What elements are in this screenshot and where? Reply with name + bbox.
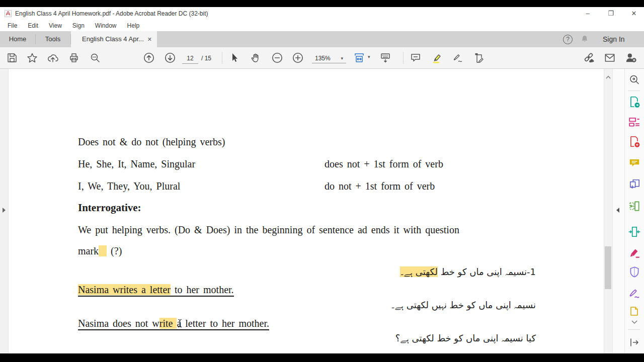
sign-in-button[interactable]: Sign In [603,31,625,47]
menu-file[interactable]: File [6,21,19,30]
sidebar-divider [628,90,640,91]
sidebar-divider [628,329,640,330]
fit-width-dropdown-icon[interactable]: ▾ [368,54,370,59]
scrollbar-thumb[interactable] [605,246,611,289]
open-tools-panel-icon[interactable] [628,336,641,349]
acrobat-logo-icon [5,10,12,19]
menu-sign[interactable]: Sign [71,21,86,30]
tab-document[interactable]: English Class 4 Apr... ✕ [71,31,157,47]
doc-text: (?) [107,245,122,256]
organize-pages-icon[interactable] [628,200,641,213]
edit-banner-icon[interactable] [628,116,641,129]
toolbar-separator [403,52,404,64]
zoom-in-icon[interactable] [291,51,305,65]
fill-sign-icon[interactable] [451,51,465,65]
menu-window[interactable]: Window [94,21,118,30]
save-icon[interactable] [5,51,19,65]
select-tool-icon[interactable] [227,51,242,65]
help-icon[interactable]: ? [563,35,573,44]
menu-bar: File Edit View Sign Window Help [0,20,644,31]
doc-row-plural-left: I, We, They, You, Plural [78,179,180,193]
urdu-line-2: نسیمہ اپنی ماں کو خط نہیں لکھتی ہے۔ [391,299,536,312]
doc-row-plural-right: do not + 1st form of verb [325,179,435,193]
page-number-input[interactable]: 12 [182,53,198,64]
minimize-button[interactable]: – [577,7,599,20]
sentence2-pre: Nasima does not w [78,318,159,329]
share-cloud-icon[interactable] [46,51,60,65]
fill-sign-tool-icon[interactable] [628,287,641,300]
zoom-level-value: 135% [315,53,331,63]
comment-icon[interactable] [409,51,423,65]
page-scroll-mode-icon[interactable] [378,51,392,65]
chevron-down-icon: ▾ [341,53,343,63]
tab-home[interactable]: Home [0,31,35,47]
highlight-mark [99,245,107,256]
search-tool-icon[interactable] [628,73,641,86]
search-icon[interactable] [88,51,102,65]
zoom-out-icon[interactable] [270,51,284,65]
collapse-right-panel-icon[interactable] [616,206,620,215]
print-icon[interactable] [67,51,81,65]
doc-sentence-negative: Nasima does not write a letter to her mo… [78,317,269,330]
letterbox-top [0,0,644,7]
hand-tool-icon[interactable] [249,51,263,65]
page-total-label: / 15 [201,53,211,63]
restore-button[interactable]: ❐ [600,7,622,20]
redact-icon[interactable] [628,246,641,259]
comment-tool-icon[interactable] [628,156,641,169]
urdu-line-1-number: 1- [527,266,536,277]
doc-row-singular-left: He, She, It, Name, Singular [78,157,195,170]
sentence1-rest: to her mother. [171,284,234,295]
app-window: English Class 4 April Homework.pdf - Ado… [0,0,644,362]
edit-pdf-tools-icon[interactable] [472,51,486,65]
more-tools-icon[interactable] [628,305,641,318]
tab-document-label: English Class 4 Apr... [82,35,144,43]
doc-paragraph-line1: We put helping verbs. (Do & Does) in the… [78,223,459,236]
urdu-line-3: کیا نسیمہ اپنی ماں کو خط لکھتی ہے؟ [395,332,536,345]
close-button[interactable]: ✕ [623,7,644,20]
menu-view[interactable]: View [47,21,63,30]
page-down-icon[interactable] [163,51,177,65]
tab-tools[interactable]: Tools [36,31,70,47]
tab-bar: Home Tools English Class 4 Apr... ✕ ? Si… [0,31,644,47]
menu-help[interactable]: Help [126,21,141,30]
star-favorites-icon[interactable] [25,51,39,65]
page-up-icon[interactable] [142,51,156,65]
vertical-scrollbar[interactable] [604,69,612,353]
doc-paragraph-line2: mark (?) [78,244,122,257]
sentence1-highlight: Nasima writes a letter [78,284,171,295]
scroll-up-icon[interactable] [606,72,611,81]
urdu-line-1-text: نسیمہ اپنی ماں کو خط [438,266,527,277]
doc-sentence-affirmative: Nasima writes a letter to her mother. [78,283,234,296]
doc-text: mark [78,245,99,256]
letterbox-bottom [0,353,644,362]
more-tools-chevron-icon[interactable] [628,320,641,325]
doc-row-singular-right: does not + 1st form of verb [325,157,443,170]
urdu-line-1: 1-نسیمہ اپنی ماں کو خط لکھتی ہے۔ [400,265,536,279]
text-cursor-pointer [177,319,183,330]
doc-heading-interrogative: Interrogative: [78,201,141,214]
share-link-icon[interactable] [582,51,596,65]
add-person-icon[interactable] [624,51,638,65]
sentence2-rest: a letter to her mother. [177,318,269,329]
doc-line-helping-verbs: Does not & do not (helping verbs) [78,135,225,148]
combine-files-icon[interactable] [628,178,641,191]
toolbar-separator [222,52,222,64]
sentence2-highlight: rite [159,318,177,329]
bell-icon[interactable] [580,34,590,46]
create-pdf-icon[interactable] [628,135,641,148]
email-icon[interactable] [603,51,617,65]
highlighter-icon[interactable] [430,51,444,65]
compress-pdf-icon[interactable] [628,225,641,238]
zoom-level-combobox[interactable]: 135% ▾ [312,53,346,63]
protect-icon[interactable] [628,265,641,279]
expand-left-panel-icon[interactable] [2,206,6,215]
urdu-line-1-highlight: لکھتی ہے۔ [400,266,438,277]
window-title: English Class 4 April Homework.pdf - Ado… [15,7,208,20]
tab-close-icon[interactable]: ✕ [147,31,152,47]
export-pdf-icon[interactable] [628,96,641,109]
fit-width-icon[interactable] [352,51,366,65]
title-bar: English Class 4 April Homework.pdf - Ado… [0,7,644,20]
menu-edit[interactable]: Edit [26,21,40,30]
